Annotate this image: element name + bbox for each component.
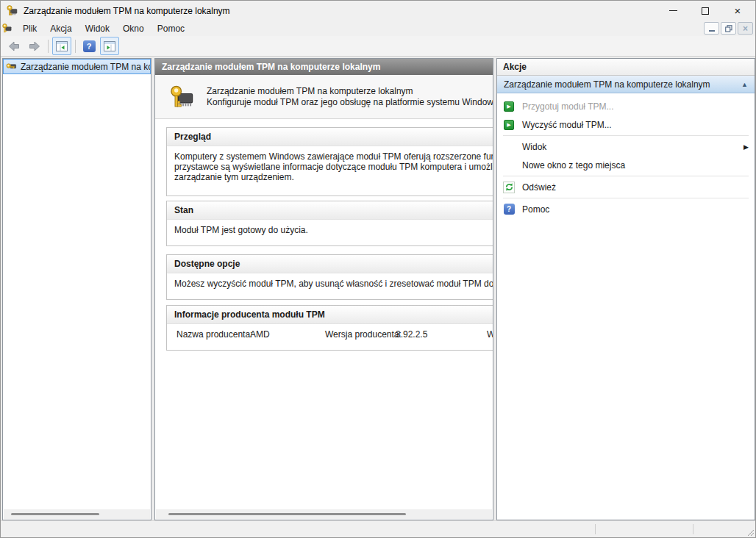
child-close-icon: × (743, 24, 748, 33)
tpm-key-chip-icon-large (168, 84, 195, 110)
actions-group-header[interactable]: Zarządzanie modułem TPM na komputerze lo… (497, 76, 755, 93)
green-arrow-icon: ▶ (503, 119, 515, 131)
action-label: Wyczyść moduł TPM... (522, 120, 612, 130)
section-title: Stan (167, 201, 493, 220)
maximize-button[interactable] (689, 1, 721, 21)
results-scrollbar-thumb[interactable] (168, 513, 406, 515)
help-button[interactable]: ? (79, 37, 99, 55)
banner-subtitle: Konfiguruje moduł TPM oraz jego obsługę … (207, 97, 493, 108)
actions-group-title: Zarządzanie modułem TPM na komputerze lo… (504, 79, 737, 90)
actions-pane: Akcje Zarządzanie modułem TPM na kompute… (496, 58, 755, 520)
child-window-controls: × (704, 22, 753, 35)
actions-list: ▶ Przygotuj moduł TPM... ▶ Wyczyść moduł… (497, 93, 755, 218)
close-icon: × (735, 5, 741, 16)
banner-title: Zarządzanie modułem TPM na komputerze lo… (207, 86, 493, 97)
child-window-key-icon (1, 23, 13, 34)
status-bar (1, 520, 755, 537)
menu-akcja[interactable]: Akcja (43, 22, 78, 35)
minimize-icon (669, 10, 677, 11)
section-dostepne-opcje: Dostępne opcje Możesz wyczyścić moduł TP… (166, 254, 493, 300)
show-console-tree-button[interactable] (52, 37, 71, 55)
actions-pane-title: Akcje (497, 59, 755, 76)
forward-button[interactable] (25, 37, 44, 55)
toolbar-separator (48, 40, 49, 53)
section-title: Przegląd (167, 128, 493, 146)
action-nowe-okno[interactable]: Nowe okno z tego miejsca (497, 156, 755, 174)
section-text-line: Komputery z systemem Windows zawierające… (174, 151, 493, 162)
banner-text: Zarządzanie modułem TPM na komputerze lo… (207, 86, 493, 108)
tree-horizontal-scrollbar[interactable] (4, 509, 150, 519)
back-button[interactable] (4, 37, 24, 55)
section-title: Dostępne opcje (167, 255, 493, 273)
action-przygotuj-tpm[interactable]: ▶ Przygotuj moduł TPM... (497, 97, 755, 115)
collapse-icon[interactable]: ▲ (741, 81, 748, 88)
spec-version-label: Wersja specyfikacji: (487, 329, 493, 340)
menu-bar: Plik Akcja Widok Okno Pomoc × (1, 21, 755, 36)
minimize-button[interactable] (657, 1, 689, 21)
menu-okno[interactable]: Okno (116, 22, 151, 35)
statusbar-divider (693, 524, 693, 534)
action-pomoc[interactable]: ? Pomoc (497, 200, 755, 218)
back-arrow-icon (7, 40, 21, 53)
help-icon: ? (83, 40, 96, 52)
window-title: Zarządzanie modułem TPM na komputerze lo… (24, 6, 230, 16)
producer-version-value: 3.92.2.5 (396, 329, 427, 340)
menu-plik[interactable]: Plik (16, 22, 43, 35)
tree-item-label: Zarządzanie modułem TPM na komputerze lo… (21, 62, 150, 72)
help-icon: ? (503, 204, 515, 215)
tpm-banner: Zarządzanie modułem TPM na komputerze lo… (155, 75, 493, 119)
section-producent-tpm: Informacje producenta modułu TPM Nazwa p… (166, 305, 493, 351)
results-pane: Zarządzanie modułem TPM na komputerze lo… (154, 58, 493, 520)
action-odswiez[interactable]: Odśwież (497, 178, 755, 196)
producer-name-label: Nazwa producenta: (176, 329, 252, 340)
tree-item-tpm-management[interactable]: Zarządzanie modułem TPM na komputerze lo… (3, 59, 151, 74)
forward-arrow-icon (28, 40, 41, 53)
producer-version-label: Wersja producenta: (325, 329, 402, 340)
action-label: Widok (522, 142, 546, 152)
tree-scrollbar-thumb[interactable] (11, 513, 99, 515)
statusbar-divider (595, 524, 596, 534)
results-horizontal-scrollbar[interactable] (156, 509, 492, 519)
section-text-line: Moduł TPM jest gotowy do użycia. (174, 225, 493, 235)
menu-pomoc[interactable]: Pomoc (151, 22, 191, 35)
child-close-button[interactable]: × (738, 22, 753, 35)
section-title: Informacje producenta modułu TPM (167, 306, 493, 324)
child-minimize-icon (709, 30, 715, 32)
section-body: Komputery z systemem Windows zawierające… (167, 146, 493, 196)
actions-separator (503, 176, 749, 176)
section-body: Możesz wyczyścić moduł TPM, aby usunąć w… (167, 273, 493, 299)
actions-separator (503, 135, 749, 136)
section-text-line: przystawce są wyświetlane informacje dot… (174, 162, 493, 172)
close-button[interactable]: × (721, 1, 754, 21)
child-minimize-button[interactable] (704, 22, 719, 35)
child-restore-icon (725, 25, 732, 32)
maximize-icon (702, 7, 709, 15)
child-restore-button[interactable] (721, 22, 736, 35)
results-pane-title: Zarządzanie modułem TPM na komputerze lo… (155, 59, 493, 75)
mmc-window: Zarządzanie modułem TPM na komputerze lo… (0, 0, 756, 538)
title-bar: Zarządzanie modułem TPM na komputerze lo… (1, 1, 755, 21)
tpm-key-chip-icon (6, 61, 17, 72)
action-label: Odśwież (522, 182, 556, 193)
action-widok[interactable]: Widok ▶ (497, 137, 755, 156)
producer-name-value: AMD (250, 329, 270, 340)
menu-widok[interactable]: Widok (79, 22, 116, 35)
action-pane-icon (104, 41, 115, 51)
show-action-pane-button[interactable] (100, 37, 119, 55)
action-wyczysc-tpm[interactable]: ▶ Wyczyść moduł TPM... (497, 115, 755, 134)
console-tree-pane: Zarządzanie modułem TPM na komputerze lo… (2, 58, 151, 520)
section-body: Nazwa producenta: AMD Wersja producenta:… (167, 324, 493, 350)
action-label: Nowe okno z tego miejsca (522, 160, 625, 171)
resize-grip[interactable] (745, 527, 755, 537)
section-stan: Stan Moduł TPM jest gotowy do użycia. (166, 201, 493, 246)
action-label: Pomoc (522, 204, 549, 215)
section-przeglad: Przegląd Komputery z systemem Windows za… (166, 127, 493, 196)
console-tree-icon (56, 41, 68, 51)
section-body: Moduł TPM jest gotowy do użycia. (167, 220, 493, 245)
window-controls: × (657, 1, 754, 21)
actions-separator (503, 198, 749, 198)
section-text-line: zarządzanie tym urządzeniem. (174, 172, 493, 182)
section-text-line: Możesz wyczyścić moduł TPM, aby usunąć w… (174, 279, 493, 289)
submenu-arrow-icon: ▶ (743, 143, 749, 151)
green-arrow-icon: ▶ (503, 101, 515, 112)
